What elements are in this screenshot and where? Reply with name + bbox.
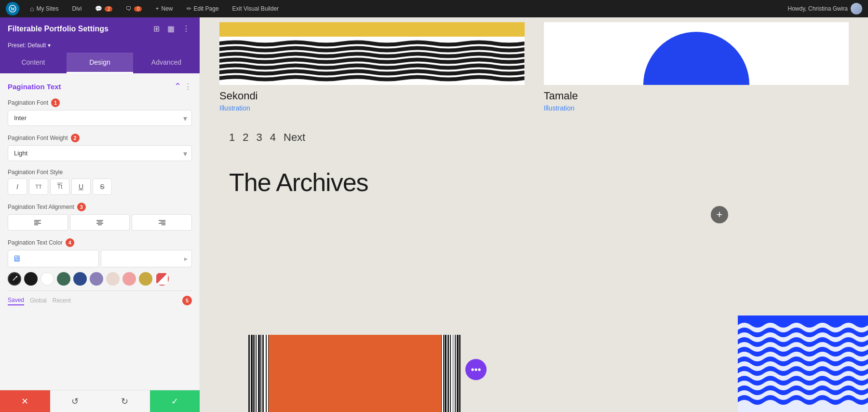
divi-btn[interactable]: Divi: [69, 3, 84, 14]
swatch-black[interactable]: [24, 272, 38, 286]
page-3[interactable]: 3: [257, 131, 262, 144]
swatch-gold[interactable]: [139, 272, 152, 286]
badge-5: 5: [182, 296, 192, 305]
swatch-lavender[interactable]: [90, 272, 103, 286]
page-1[interactable]: 1: [229, 131, 235, 144]
color-swatches: [8, 272, 192, 286]
undo-button[interactable]: ↺: [50, 390, 100, 412]
wavy-svg: [219, 37, 525, 85]
font-select[interactable]: Inter Roboto Open Sans: [8, 110, 192, 126]
tamale-category[interactable]: Illustration: [544, 104, 849, 112]
copy-icon[interactable]: ⊞: [151, 23, 162, 34]
arrow-right-icon: ▸: [184, 255, 188, 262]
edit-page-btn[interactable]: ✏ Edit Page: [184, 3, 222, 14]
cancel-button[interactable]: ✕: [0, 390, 50, 412]
swatch-white[interactable]: [41, 272, 54, 286]
color-picker-row: 🖥 ▸: [8, 250, 192, 267]
exit-builder-btn[interactable]: Exit Visual Builder: [230, 3, 282, 14]
content-area: Sekondi Illustration Tamale Illustration: [200, 17, 868, 412]
archives-section: The Archives: [200, 153, 868, 206]
alignment-badge: 3: [77, 203, 86, 211]
semicircle-svg: [634, 22, 759, 85]
font-style-buttons: I TT Tt U S: [8, 179, 192, 195]
color-tab-saved[interactable]: Saved: [8, 296, 24, 305]
sekondi-category[interactable]: Illustration: [219, 104, 525, 112]
plus-icon: +: [717, 208, 723, 221]
comment-badge-btn[interactable]: 🗨 0: [123, 3, 145, 14]
color-tab-recent[interactable]: Recent: [53, 296, 71, 305]
align-center-btn[interactable]: [70, 214, 130, 231]
font-weight-select[interactable]: Light Regular Bold: [8, 145, 192, 161]
align-right-btn[interactable]: [132, 214, 192, 231]
font-weight-setting: Pagination Font Weight 2 Light Regular B…: [8, 134, 192, 161]
add-element-button[interactable]: +: [711, 206, 728, 223]
tamale-title: Tamale: [544, 90, 849, 102]
alignment-buttons: [8, 214, 192, 231]
color-field-arrow[interactable]: ▸: [101, 250, 192, 267]
weight-badge: 2: [71, 134, 80, 142]
page-4[interactable]: 4: [270, 131, 276, 144]
color-badge: 4: [66, 238, 74, 247]
section-title: Pagination Text: [8, 82, 61, 91]
color-field-desktop[interactable]: 🖥: [8, 250, 99, 267]
panel-content: Pagination Text ⌃ ⋮ Pagination Font 1 In…: [0, 73, 200, 390]
preset-row: Preset: Default ▾: [0, 40, 200, 53]
section-header: Pagination Text ⌃ ⋮: [8, 81, 192, 92]
section-collapse-icon[interactable]: ⌃: [174, 81, 181, 92]
font-setting: Pagination Font 1 Inter Roboto Open Sans: [8, 98, 192, 126]
more-options-button[interactable]: •••: [465, 359, 487, 380]
panel-tabs: Content Design Advanced: [0, 53, 200, 73]
new-btn[interactable]: + New: [152, 3, 176, 14]
tab-advanced[interactable]: Advanced: [133, 53, 200, 73]
redo-button[interactable]: ↻: [100, 390, 150, 412]
strikethrough-btn[interactable]: S: [93, 179, 112, 195]
section-menu-icon[interactable]: ⋮: [184, 82, 192, 91]
page-2[interactable]: 2: [243, 131, 248, 144]
swatch-pink[interactable]: [122, 272, 136, 286]
my-sites-btn[interactable]: ⌂ My Sites: [27, 3, 61, 14]
tab-content[interactable]: Content: [0, 53, 67, 73]
swatch-dark-green[interactable]: [57, 272, 70, 286]
settings-panel: Filterable Portfolio Settings ⊞ ▦ ⋮ Pres…: [0, 17, 200, 412]
svg-point-14: [16, 276, 17, 277]
comments-btn[interactable]: 💬 2: [92, 3, 115, 14]
pagination: 1 2 3 4 Next: [200, 122, 868, 153]
howdy-text: Howdy, Christina Gwira: [788, 3, 862, 14]
eyedropper-swatch[interactable]: [8, 272, 21, 286]
preset-chevron-icon: ▾: [48, 42, 51, 49]
swatch-dark-blue[interactable]: [73, 272, 87, 286]
monitor-icon: 🖥: [12, 254, 21, 264]
tab-design[interactable]: Design: [67, 53, 133, 73]
color-label: Pagination Text Color 4: [8, 238, 192, 247]
portfolio-item-sekondi: Sekondi Illustration: [210, 17, 534, 122]
more-options-icon[interactable]: ⋮: [180, 23, 192, 34]
panel-title: Filterable Portfolio Settings: [8, 25, 108, 33]
blue-wavy-svg: [738, 316, 868, 412]
uppercase-btn[interactable]: Tt: [50, 179, 69, 195]
preset-label[interactable]: Preset: Default: [8, 42, 46, 49]
bottom-action-bar: ✕ ↺ ↻ ✓: [0, 390, 200, 412]
more-dots-icon: •••: [471, 364, 481, 375]
portfolio-grid-top: Sekondi Illustration Tamale Illustration: [200, 17, 868, 122]
save-button[interactable]: ✓: [150, 390, 200, 412]
wp-logo[interactable]: W: [6, 2, 19, 15]
swatch-light-pink[interactable]: [106, 272, 120, 286]
page-next[interactable]: Next: [284, 131, 305, 144]
font-weight-label: Pagination Font Weight 2: [8, 134, 192, 142]
tamale-image: [544, 22, 849, 85]
underline-btn[interactable]: U: [71, 179, 91, 195]
panel-header: Filterable Portfolio Settings ⊞ ▦ ⋮: [0, 17, 200, 40]
font-style-label: Pagination Font Style: [8, 169, 192, 176]
svg-text:W: W: [11, 6, 15, 12]
font-badge: 1: [51, 98, 60, 107]
admin-bar: W ⌂ My Sites Divi 💬 2 🗨 0 + New ✏ Edit P…: [0, 0, 868, 17]
portfolio-item-tamale: Tamale Illustration: [534, 17, 859, 122]
swatch-cross[interactable]: [155, 272, 169, 286]
align-left-btn[interactable]: [8, 214, 68, 231]
alignment-label: Pagination Text Alignment 3: [8, 203, 192, 211]
sekondi-title: Sekondi: [219, 90, 525, 102]
color-tab-global[interactable]: Global: [30, 296, 47, 305]
grid-icon[interactable]: ▦: [165, 23, 176, 34]
italic-btn[interactable]: I: [8, 179, 27, 195]
small-caps-btn[interactable]: TT: [29, 179, 48, 195]
